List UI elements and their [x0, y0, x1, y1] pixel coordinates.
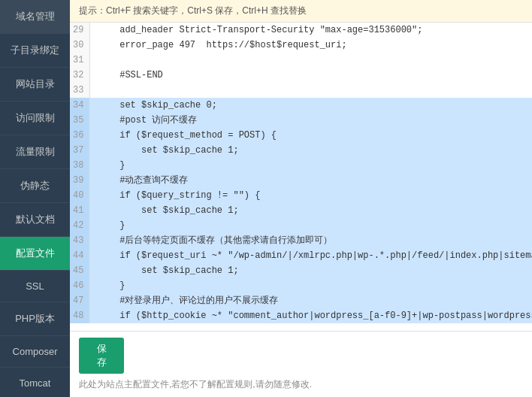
editor-area[interactable]: 29 add_header Strict-Transport-Security … — [70, 23, 532, 331]
sidebar-item-PHP版本[interactable]: PHP版本 — [0, 302, 70, 336]
footer-area: 保存 此处为站点主配置文件,若您不了解配置规则,请勿随意修改. — [70, 331, 532, 397]
table-row: 37 set $skip_cache 1; — [70, 143, 532, 158]
table-row: 45 set $skip_cache 1; — [70, 263, 532, 278]
table-row: 41 set $skip_cache 1; — [70, 203, 532, 218]
line-code: add_header Strict-Transport-Security "ma… — [90, 23, 532, 38]
line-number: 43 — [70, 233, 90, 248]
line-code: set $skip_cache 1; — [90, 143, 532, 158]
sidebar-item-Composer[interactable]: Composer — [0, 336, 70, 368]
line-number: 30 — [70, 38, 90, 53]
sidebar-item-域名管理[interactable]: 域名管理 — [0, 0, 70, 34]
line-code: error_page 497 https://$host$request_uri… — [90, 38, 532, 53]
line-number: 46 — [70, 278, 90, 293]
table-row: 47 #对登录用户、评论过的用户不展示缓存 — [70, 293, 532, 308]
hint-text: 提示：Ctrl+F 搜索关键字，Ctrl+S 保存，Ctrl+H 查找替换 — [79, 5, 307, 16]
sidebar-item-Tomcat[interactable]: Tomcat — [0, 368, 70, 397]
table-row: 31 — [70, 53, 532, 68]
line-number: 40 — [70, 188, 90, 203]
line-code: #动态查询不缓存 — [90, 173, 532, 188]
table-row: 39 #动态查询不缓存 — [70, 173, 532, 188]
line-number: 45 — [70, 263, 90, 278]
sidebar-item-默认文档[interactable]: 默认文档 — [0, 203, 70, 237]
line-code: } — [90, 218, 532, 233]
line-number: 42 — [70, 218, 90, 233]
table-row: 30 error_page 497 https://$host$request_… — [70, 38, 532, 53]
line-code: set $skip_cache 1; — [90, 203, 532, 218]
line-code — [90, 83, 532, 98]
table-row: 35 #post 访问不缓存 — [70, 113, 532, 128]
footer-note: 此处为站点主配置文件,若您不了解配置规则,请勿随意修改. — [79, 378, 523, 391]
table-row: 48 if ($http_cookie ~* "comment_author|w… — [70, 308, 532, 323]
table-row: 34 set $skip_cache 0; — [70, 98, 532, 113]
table-row: 32 #SSL-END — [70, 68, 532, 83]
line-number: 38 — [70, 158, 90, 173]
main-content: 提示：Ctrl+F 搜索关键字，Ctrl+S 保存，Ctrl+H 查找替换 29… — [70, 0, 532, 397]
line-number: 41 — [70, 203, 90, 218]
sidebar-item-子目录绑定[interactable]: 子目录绑定 — [0, 34, 70, 68]
sidebar-item-配置文件[interactable]: 配置文件 — [0, 237, 70, 271]
table-row: 29 add_header Strict-Transport-Security … — [70, 23, 532, 38]
line-number: 48 — [70, 308, 90, 323]
line-code: if ($http_cookie ~* "comment_author|word… — [90, 308, 532, 323]
line-code: #SSL-END — [90, 68, 532, 83]
sidebar-item-伪静态[interactable]: 伪静态 — [0, 169, 70, 203]
line-number: 29 — [70, 23, 90, 38]
line-code: } — [90, 158, 532, 173]
hint-bar: 提示：Ctrl+F 搜索关键字，Ctrl+S 保存，Ctrl+H 查找替换 — [70, 0, 532, 23]
code-table: 29 add_header Strict-Transport-Security … — [70, 23, 532, 323]
table-row: 43 #后台等特定页面不缓存（其他需求请自行添加即可） — [70, 233, 532, 248]
line-number: 47 — [70, 293, 90, 308]
sidebar-item-网站目录[interactable]: 网站目录 — [0, 68, 70, 102]
line-code: if ($request_uri ~* "/wp-admin/|/xmlrpc.… — [90, 248, 532, 263]
table-row: 36 if ($request_method = POST) { — [70, 128, 532, 143]
sidebar-item-访问限制[interactable]: 访问限制 — [0, 102, 70, 135]
sidebar-item-SSL[interactable]: SSL — [0, 271, 70, 302]
line-code: set $skip_cache 0; — [90, 98, 532, 113]
line-number: 34 — [70, 98, 90, 113]
table-row: 33 — [70, 83, 532, 98]
table-row: 44 if ($request_uri ~* "/wp-admin/|/xmlr… — [70, 248, 532, 263]
line-code: if ($request_method = POST) { — [90, 128, 532, 143]
line-number: 37 — [70, 143, 90, 158]
table-row: 42 } — [70, 218, 532, 233]
table-row: 40 if ($query_string != "") { — [70, 188, 532, 203]
table-row: 46 } — [70, 278, 532, 293]
line-code — [90, 53, 532, 68]
line-number: 44 — [70, 248, 90, 263]
line-code: set $skip_cache 1; — [90, 263, 532, 278]
line-number: 31 — [70, 53, 90, 68]
line-code: } — [90, 278, 532, 293]
line-code: #后台等特定页面不缓存（其他需求请自行添加即可） — [90, 233, 532, 248]
line-code: if ($query_string != "") { — [90, 188, 532, 203]
line-number: 39 — [70, 173, 90, 188]
line-number: 33 — [70, 83, 90, 98]
sidebar: 域名管理子目录绑定网站目录访问限制流量限制伪静态默认文档配置文件SSLPHP版本… — [0, 0, 70, 397]
line-number: 36 — [70, 128, 90, 143]
line-number: 35 — [70, 113, 90, 128]
line-code: #post 访问不缓存 — [90, 113, 532, 128]
sidebar-item-流量限制[interactable]: 流量限制 — [0, 135, 70, 169]
table-row: 38 } — [70, 158, 532, 173]
save-button[interactable]: 保存 — [79, 338, 124, 374]
line-number: 32 — [70, 68, 90, 83]
line-code: #对登录用户、评论过的用户不展示缓存 — [90, 293, 532, 308]
